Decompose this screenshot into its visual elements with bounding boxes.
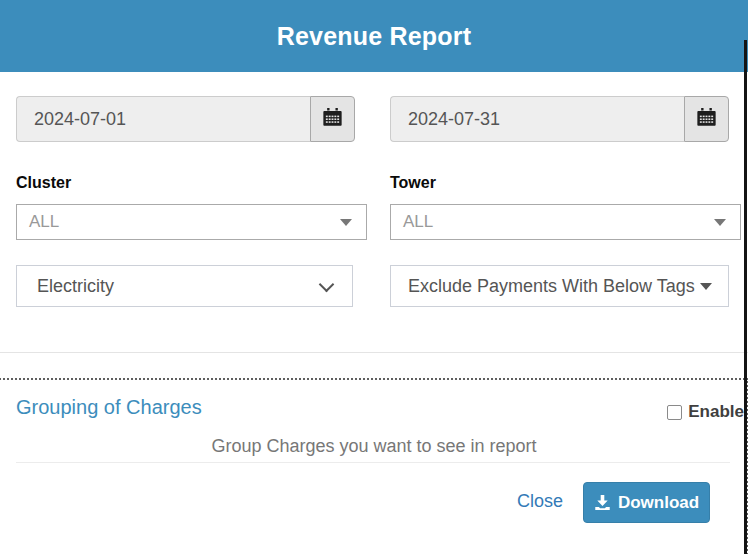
- date-from-calendar-button[interactable]: [310, 96, 355, 142]
- hint-divider: [16, 462, 730, 463]
- exclude-tags-select-value: Exclude Payments With Below Tags: [408, 276, 695, 297]
- download-button[interactable]: Download: [583, 482, 710, 523]
- enable-group: Enable: [667, 402, 744, 422]
- tower-label: Tower: [390, 174, 436, 192]
- grouping-title: Grouping of Charges: [16, 396, 202, 419]
- date-to-calendar-button[interactable]: [684, 96, 729, 142]
- enable-label[interactable]: Enable: [688, 402, 744, 422]
- modal-header: Revenue Report: [0, 0, 748, 72]
- exclude-tags-select[interactable]: Exclude Payments With Below Tags: [390, 265, 729, 307]
- charge-type-select-value: Electricity: [37, 276, 114, 297]
- download-button-label: Download: [618, 493, 699, 513]
- charge-type-select[interactable]: Electricity: [16, 265, 353, 307]
- chevron-down-icon: [700, 283, 712, 290]
- page-title: Revenue Report: [277, 22, 472, 51]
- tower-select[interactable]: ALL: [390, 204, 741, 240]
- date-from-group: 2024-07-01: [16, 96, 355, 142]
- close-button[interactable]: Close: [517, 491, 563, 512]
- tower-select-value: ALL: [403, 212, 433, 232]
- revenue-report-modal: Revenue Report 2024-07-01 2024-07-31: [0, 0, 748, 554]
- cluster-select[interactable]: ALL: [16, 204, 367, 240]
- date-to-group: 2024-07-31: [390, 96, 729, 142]
- cluster-label: Cluster: [16, 174, 71, 192]
- calendar-icon: [697, 108, 716, 131]
- page-edge-strip: [744, 40, 747, 554]
- enable-checkbox[interactable]: [667, 405, 682, 420]
- download-icon: [594, 494, 611, 511]
- chevron-down-icon: [340, 219, 352, 226]
- date-from-input[interactable]: 2024-07-01: [16, 96, 310, 142]
- section-divider: [0, 352, 748, 353]
- chevron-down-icon: [714, 219, 726, 226]
- chevron-down-icon: [319, 277, 335, 293]
- calendar-icon: [323, 108, 342, 131]
- date-to-input[interactable]: 2024-07-31: [390, 96, 684, 142]
- grouping-hint: Group Charges you want to see in report: [0, 436, 748, 457]
- cluster-select-value: ALL: [29, 212, 59, 232]
